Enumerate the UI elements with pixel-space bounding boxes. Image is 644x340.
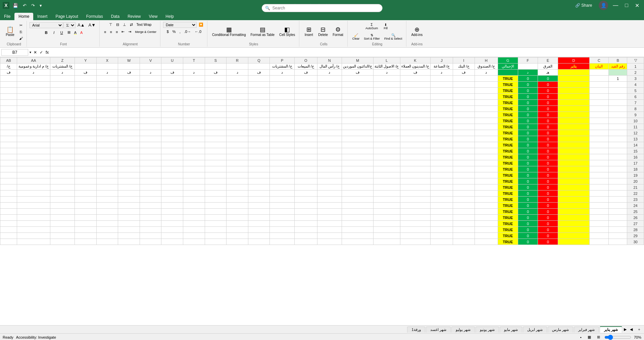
cell-R10[interactable]	[227, 118, 248, 124]
cell-K18[interactable]	[400, 166, 430, 172]
sheet-tab-february[interactable]: شهر فبراير	[574, 327, 599, 333]
decrease-indent-button[interactable]: ⇤	[120, 29, 126, 35]
cell-B9[interactable]	[609, 112, 627, 118]
cell-W15[interactable]	[118, 148, 140, 154]
sheet-tab-april[interactable]: شهر ابريل	[523, 327, 547, 333]
cell-AA4[interactable]	[17, 82, 50, 88]
cell-T20[interactable]	[183, 178, 205, 184]
cell-X12[interactable]	[96, 130, 118, 136]
cell-I2[interactable]: ف	[453, 70, 475, 76]
format-button[interactable]: ⚙ Format	[331, 25, 345, 38]
cell-AA9[interactable]	[17, 112, 50, 118]
cell-Q15[interactable]	[248, 148, 270, 154]
sheet-tab-june[interactable]: شهر يونيو	[476, 327, 499, 333]
cell-M11[interactable]	[342, 124, 373, 130]
cell-S25[interactable]	[205, 209, 227, 215]
cell-G27[interactable]: TRUE	[498, 221, 518, 227]
cell-L29[interactable]	[374, 233, 400, 239]
cell-I22[interactable]	[453, 190, 475, 197]
cell-U7[interactable]	[161, 100, 183, 106]
cell-U19[interactable]	[161, 172, 183, 178]
align-middle-button[interactable]: ⊟	[114, 22, 121, 28]
cell-M2[interactable]: ف	[342, 70, 373, 76]
cell-L23[interactable]	[374, 197, 400, 203]
cell-H11[interactable]	[475, 124, 498, 130]
cell-C5[interactable]	[589, 88, 608, 94]
cell-V3[interactable]	[140, 76, 161, 82]
cell-H8[interactable]	[475, 106, 498, 112]
cell-V13[interactable]	[140, 136, 161, 142]
cell-K23[interactable]	[400, 197, 430, 203]
cell-R23[interactable]	[227, 197, 248, 203]
cell-Z5[interactable]	[50, 88, 75, 94]
cell-Z19[interactable]	[50, 172, 75, 178]
accessibility-status[interactable]: Accessibility: Investigate	[16, 335, 56, 339]
tab-help[interactable]: Help	[161, 13, 178, 20]
format-as-table-button[interactable]: ▤ Format as Table	[249, 25, 277, 38]
font-color-button[interactable]: A	[79, 30, 84, 36]
cell-L2[interactable]: د	[374, 70, 400, 76]
merge-center-button[interactable]: Merge & Center	[133, 29, 158, 35]
cell-M16[interactable]	[342, 154, 373, 160]
cell-Y20[interactable]	[75, 178, 97, 184]
cell-S17[interactable]	[205, 160, 227, 166]
cell-K19[interactable]	[400, 172, 430, 178]
cancel-formula-icon[interactable]: ✕	[33, 49, 38, 55]
col-header-U[interactable]: U	[161, 57, 183, 63]
cell-L8[interactable]	[374, 106, 400, 112]
cell-U20[interactable]	[161, 178, 183, 184]
cell-M7[interactable]	[342, 100, 373, 106]
cell-Z8[interactable]	[50, 106, 75, 112]
cell-H9[interactable]	[475, 112, 498, 118]
cell-Y14[interactable]	[75, 142, 97, 148]
cell-H13[interactable]	[475, 136, 498, 142]
cell-S1[interactable]	[205, 63, 227, 70]
copy-button[interactable]: ⎘	[17, 29, 24, 35]
cell-M12[interactable]	[342, 130, 373, 136]
col-header-W[interactable]: W	[118, 57, 140, 63]
cell-K14[interactable]	[400, 142, 430, 148]
cell-AA5[interactable]	[17, 88, 50, 94]
tab-review[interactable]: Review	[123, 13, 145, 20]
cell-B26[interactable]	[609, 215, 627, 221]
cell-X7[interactable]	[96, 100, 118, 106]
cell-O17[interactable]	[294, 160, 317, 166]
cell-U22[interactable]	[161, 190, 183, 197]
col-header-C[interactable]: C	[589, 57, 608, 63]
cell-H28[interactable]	[475, 227, 498, 233]
cell-F12[interactable]: 0	[518, 130, 538, 136]
cell-Z11[interactable]	[50, 124, 75, 130]
cell-H22[interactable]	[475, 190, 498, 197]
col-header-Q[interactable]: Q	[248, 57, 270, 63]
cell-P25[interactable]	[270, 209, 294, 215]
align-left-button[interactable]: ≡	[102, 29, 108, 35]
cell-C23[interactable]	[589, 197, 608, 203]
cell-S28[interactable]	[205, 227, 227, 233]
currency-button[interactable]: $	[165, 29, 170, 35]
cell-I17[interactable]	[453, 160, 475, 166]
cell-S13[interactable]	[205, 136, 227, 142]
cell-K17[interactable]	[400, 160, 430, 166]
cell-Q26[interactable]	[248, 215, 270, 221]
cell-J21[interactable]	[430, 184, 453, 190]
cell-G19[interactable]: TRUE	[498, 172, 518, 178]
cell-L14[interactable]	[374, 142, 400, 148]
cell-I7[interactable]	[453, 100, 475, 106]
cell-Z13[interactable]	[50, 136, 75, 142]
cell-Z17[interactable]	[50, 160, 75, 166]
cell-H1[interactable]: ح/ الصندوق	[475, 63, 498, 70]
cell-V22[interactable]	[140, 190, 161, 197]
cell-B30[interactable]	[609, 239, 627, 245]
cell-B11[interactable]	[609, 124, 627, 130]
cell-M21[interactable]	[342, 184, 373, 190]
cell-J10[interactable]	[430, 118, 453, 124]
cell-V10[interactable]	[140, 118, 161, 124]
cell-D14[interactable]	[558, 142, 590, 148]
cell-U6[interactable]	[161, 94, 183, 100]
cell-Q2[interactable]: ف	[248, 70, 270, 76]
cell-V21[interactable]	[140, 184, 161, 190]
cell-G25[interactable]: TRUE	[498, 209, 518, 215]
cell-E20[interactable]: 0	[538, 178, 558, 184]
cell-K26[interactable]	[400, 215, 430, 221]
cell-J18[interactable]	[430, 166, 453, 172]
